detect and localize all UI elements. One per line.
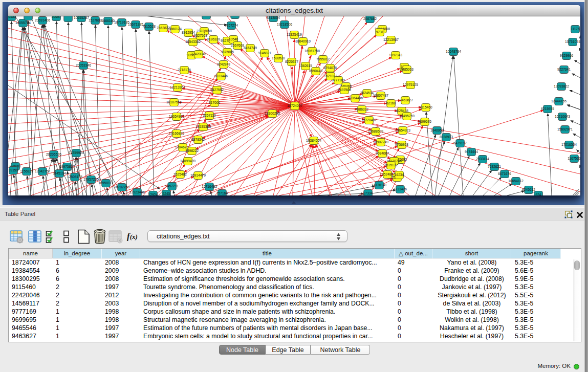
svg-text:16958117: 16958117 [98, 181, 114, 185]
svg-text:15692971: 15692971 [557, 127, 573, 131]
svg-text:10807487: 10807487 [373, 94, 388, 97]
svg-text:17957225: 17957225 [83, 178, 99, 181]
svg-text:7632621: 7632621 [488, 165, 501, 168]
svg-text:1145194: 1145194 [53, 171, 66, 175]
svg-text:2718176: 2718176 [178, 68, 191, 72]
svg-text:9245: 9245 [163, 192, 170, 195]
svg-text:17016504: 17016504 [561, 143, 577, 146]
svg-text:8454749: 8454749 [244, 46, 257, 50]
svg-text:1498222: 1498222 [185, 149, 199, 152]
svg-text:1733426: 1733426 [394, 187, 407, 191]
svg-text:19654923: 19654923 [395, 128, 410, 132]
svg-text:18724007: 18724007 [287, 104, 302, 107]
svg-text:19218506: 19218506 [277, 23, 292, 26]
svg-text:12975125: 12975125 [403, 83, 418, 86]
svg-text:14099489: 14099489 [180, 159, 195, 163]
svg-text:6497508: 6497508 [338, 88, 351, 92]
svg-text:16543362: 16543362 [185, 40, 201, 43]
svg-text:9242848: 9242848 [217, 62, 230, 66]
svg-text:817006: 817006 [209, 101, 221, 104]
svg-text:15751074: 15751074 [565, 40, 580, 43]
svg-text:924: 924 [535, 193, 541, 195]
svg-text:10654112: 10654112 [508, 179, 524, 183]
svg-text:9327503: 9327503 [194, 34, 207, 37]
svg-text:9756928: 9756928 [395, 143, 408, 146]
svg-text:16033809: 16033809 [199, 16, 214, 17]
svg-text:16234: 16234 [395, 173, 404, 177]
svg-text:10107554: 10107554 [166, 100, 182, 104]
svg-text:18640910: 18640910 [295, 39, 311, 43]
svg-text:10648784: 10648784 [446, 50, 461, 53]
svg-text:3624534: 3624534 [360, 91, 374, 95]
svg-text:62160: 62160 [386, 101, 396, 105]
svg-text:9146821: 9146821 [258, 51, 271, 55]
svg-text:18907249: 18907249 [373, 140, 388, 144]
svg-text:39159: 39159 [9, 168, 18, 172]
svg-text:1156829: 1156829 [20, 169, 33, 173]
svg-text:7986322: 7986322 [355, 107, 368, 111]
svg-text:16782759: 16782759 [114, 185, 129, 189]
svg-text:8860124: 8860124 [168, 27, 182, 31]
svg-text:16914479: 16914479 [190, 173, 206, 177]
svg-text:19654965: 19654965 [169, 115, 184, 118]
svg-text:9699695: 9699695 [418, 120, 431, 123]
svg-text:6466160: 6466160 [101, 19, 115, 23]
svg-text:1527602: 1527602 [89, 18, 102, 22]
svg-text:17334: 17334 [363, 191, 373, 195]
svg-text:22420046: 22420046 [191, 52, 206, 56]
svg-text:9245612: 9245612 [522, 188, 535, 191]
svg-text:8471676: 8471676 [498, 172, 511, 176]
svg-text:10655287: 10655287 [74, 16, 89, 19]
svg-text:1588520: 1588520 [272, 56, 285, 60]
svg-text:16210643: 16210643 [555, 115, 570, 118]
svg-text:12444155: 12444155 [551, 99, 567, 103]
svg-text:8215955: 8215955 [541, 107, 554, 111]
svg-text:16961758: 16961758 [304, 49, 320, 53]
svg-text:9227341: 9227341 [557, 68, 571, 71]
svg-text:1362615: 1362615 [299, 64, 312, 68]
svg-text:7955812: 7955812 [316, 57, 330, 61]
svg-text:13535363: 13535363 [195, 125, 211, 128]
svg-text:12924: 12924 [148, 193, 158, 195]
svg-text:7515528: 7515528 [142, 25, 156, 28]
svg-text:8990448: 8990448 [309, 69, 322, 73]
svg-text:157164: 157164 [216, 191, 228, 195]
svg-text:8912954: 8912954 [182, 31, 195, 34]
svg-text:2933114: 2933114 [476, 157, 489, 161]
svg-text:12923446: 12923446 [129, 190, 145, 194]
svg-text:3267110: 3267110 [203, 114, 216, 117]
svg-text:20691406: 20691406 [35, 18, 50, 22]
svg-text:2087682: 2087682 [363, 17, 377, 20]
svg-text:8938913: 8938913 [440, 135, 453, 139]
svg-text:8220377: 8220377 [285, 60, 298, 63]
svg-text:15720407: 15720407 [361, 118, 377, 122]
svg-text:9115460: 9115460 [419, 105, 432, 109]
svg-text:7357274: 7357274 [225, 24, 238, 27]
svg-text:8813054: 8813054 [267, 16, 280, 19]
svg-text:15716485: 15716485 [202, 185, 217, 188]
svg-text:9777169: 9777169 [332, 78, 345, 82]
svg-text:6794078: 6794078 [323, 66, 337, 70]
svg-text:18495759: 18495759 [399, 114, 415, 118]
svg-text:12093822: 12093822 [554, 84, 569, 88]
svg-text:19384554: 19384554 [306, 139, 321, 142]
svg-text:10553: 10553 [8, 16, 16, 18]
svg-text:9474444: 9474444 [465, 150, 478, 154]
svg-text:14055714: 14055714 [15, 21, 31, 25]
svg-text:14136141: 14136141 [372, 183, 387, 187]
svg-text:8186328: 8186328 [207, 37, 220, 41]
svg-text:7625402: 7625402 [173, 172, 187, 176]
svg-text:8878342: 8878342 [191, 138, 205, 141]
svg-text:3875685: 3875685 [221, 50, 234, 54]
svg-text:20053346: 20053346 [76, 63, 91, 67]
svg-text:6479197: 6479197 [453, 141, 467, 145]
svg-text:2667608: 2667608 [231, 43, 244, 47]
svg-text:9731: 9731 [376, 30, 384, 34]
svg-text:10719185: 10719185 [114, 20, 129, 24]
svg-text:20697: 20697 [52, 16, 61, 18]
svg-text:8031446: 8031446 [214, 74, 228, 78]
svg-text:9457791: 9457791 [165, 184, 179, 188]
svg-text:9329966: 9329966 [560, 54, 573, 57]
svg-text:12505135: 12505135 [67, 175, 82, 179]
svg-text:20206526: 20206526 [46, 152, 61, 156]
